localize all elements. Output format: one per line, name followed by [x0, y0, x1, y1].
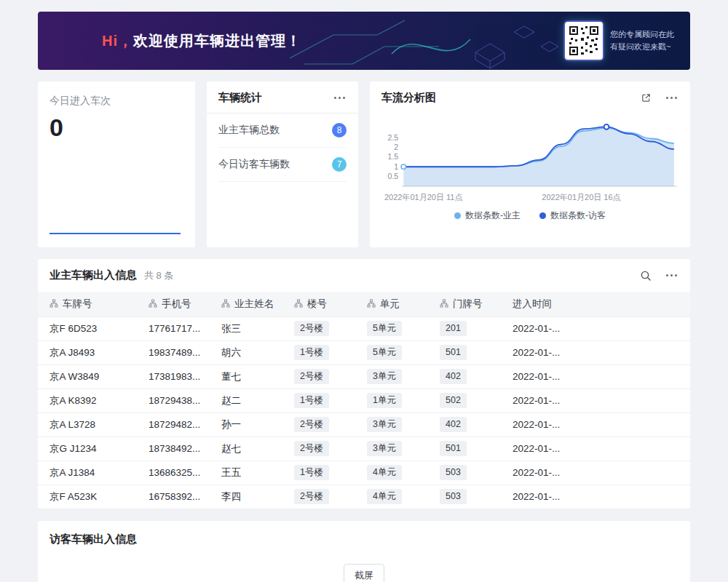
column-label: 楼号	[307, 298, 327, 309]
legend-dot	[539, 212, 546, 219]
cell-building: 2号楼	[285, 412, 358, 436]
cell-filler	[577, 316, 690, 340]
legend-label: 数据条数-业主	[465, 210, 521, 222]
cell-tag: 4单元	[367, 489, 402, 504]
cell-phone: 17381983...	[140, 364, 213, 388]
column-label: 车牌号	[63, 298, 92, 309]
cell-plate: 京A K8392	[38, 388, 140, 412]
column-header-unit[interactable]: 单元	[358, 292, 431, 316]
cell-owner-name: 孙一	[213, 412, 285, 436]
vehicle-stats-title: 车辆统计	[218, 91, 262, 105]
svg-text:2: 2	[394, 143, 398, 151]
cell-plate: 京A J8493	[38, 340, 140, 364]
qr-pattern	[568, 25, 600, 57]
cell-phone: 19837489...	[140, 340, 213, 364]
cell-tag: 501	[440, 441, 467, 456]
cell-tag: 2号楼	[294, 441, 329, 456]
column-label: 门牌号	[453, 298, 483, 309]
cell-filler	[577, 412, 690, 436]
banner-note-line2: 有疑问欢迎来戳~	[610, 41, 674, 53]
more-icon[interactable]	[665, 271, 678, 280]
apartment-icon	[149, 299, 157, 308]
cell-door: 502	[431, 388, 504, 412]
cell-tag: 1号楼	[294, 393, 329, 408]
cell-building: 1号楼	[285, 461, 358, 485]
cell-phone: 13686325...	[140, 461, 213, 485]
column-header-door[interactable]: 门牌号	[431, 292, 504, 316]
cell-door: 501	[431, 340, 504, 364]
cell-tag: 3单元	[367, 441, 402, 456]
cell-enter-time: 2022-01-...	[504, 461, 577, 485]
cell-building: 1号楼	[285, 340, 358, 364]
cell-tag: 2号楼	[294, 321, 329, 336]
search-icon[interactable]	[640, 270, 652, 282]
visitor-table-card: 访客车辆出入信息 截屏	[38, 521, 690, 582]
flow-chart-title: 车流分析图	[381, 91, 436, 105]
cell-phone: 18729438...	[140, 388, 213, 412]
cell-enter-time: 2022-01-...	[504, 412, 577, 436]
cell-unit: 4单元	[358, 461, 431, 485]
cell-phone: 16758392...	[140, 485, 213, 509]
more-icon[interactable]	[665, 93, 678, 103]
count-badge: 7	[332, 157, 347, 172]
vehicle-stats-card: 车辆统计 业主车辆总数 8 今日访客车辆数 7	[207, 81, 358, 247]
flow-chart-card: 车流分析图 0.511.522.5 2022年01月20日 11点 2022年0…	[370, 81, 690, 247]
table-row: 京A K839218729438...赵二1号楼1单元5022022-01-..…	[38, 388, 690, 412]
stat-row-visitor-today: 今日访客车辆数 7	[218, 148, 347, 182]
cell-tag: 1号楼	[294, 465, 329, 480]
column-label: 业主姓名	[234, 298, 274, 309]
banner-greeting-text: 欢迎使用车辆进出管理！	[133, 33, 301, 49]
more-icon[interactable]	[333, 93, 347, 103]
apartment-icon	[294, 299, 303, 308]
cell-tag: 2号楼	[294, 417, 329, 432]
cell-tag: 201	[440, 321, 467, 336]
apartment-icon	[50, 299, 58, 308]
cell-building: 2号楼	[285, 485, 358, 509]
stats-cards-row: 今日进入车次 0 车辆统计 业主车辆总数 8 今日访客车辆数 7 车流分析图	[38, 81, 690, 247]
cell-door: 402	[431, 412, 504, 436]
flow-chart-plot: 0.511.522.5	[381, 114, 678, 192]
cell-owner-name: 张三	[213, 316, 285, 340]
cell-building: 1号楼	[285, 388, 358, 412]
column-header-building[interactable]: 楼号	[285, 292, 358, 316]
apartment-icon	[221, 299, 230, 308]
cell-building: 2号楼	[285, 316, 358, 340]
stat-row-label: 业主车辆总数	[218, 124, 280, 137]
qr-code	[565, 22, 603, 60]
cell-tag: 502	[440, 393, 467, 408]
today-entries-value: 0	[50, 113, 183, 142]
cell-owner-name: 赵二	[213, 388, 285, 412]
legend-item-visitor[interactable]: 数据条数-访客	[539, 210, 606, 222]
table-row: 京A J138413686325...王五1号楼4单元5032022-01-..…	[38, 461, 690, 485]
cell-building: 2号楼	[285, 436, 358, 461]
legend-label: 数据条数-访客	[550, 210, 606, 222]
cell-enter-time: 2022-01-...	[504, 316, 577, 340]
export-icon[interactable]	[641, 92, 652, 103]
cell-owner-name: 赵七	[213, 436, 285, 461]
cell-unit: 5单元	[358, 316, 431, 340]
legend-item-owner[interactable]: 数据条数-业主	[454, 210, 521, 222]
count-badge: 8	[332, 123, 347, 137]
cell-unit: 4单元	[358, 485, 431, 509]
cell-door: 503	[431, 485, 504, 509]
cell-filler	[577, 340, 690, 364]
welcome-banner: Hi，欢迎使用车辆进出管理！	[38, 12, 690, 70]
cell-filler	[577, 485, 690, 509]
column-header-plate[interactable]: 车牌号	[38, 292, 140, 316]
cell-unit: 5单元	[358, 340, 431, 364]
banner-note-line1: 您的专属顾问在此	[610, 28, 674, 41]
apartment-icon	[367, 299, 376, 308]
cell-tag: 501	[440, 345, 467, 360]
cell-plate: 京A J1384	[38, 461, 140, 485]
screenshot-button[interactable]: 截屏	[344, 564, 384, 582]
column-header-owner-name[interactable]: 业主姓名	[213, 292, 285, 316]
cell-owner-name: 李四	[213, 485, 285, 509]
svg-text:2.5: 2.5	[387, 133, 398, 142]
cell-tag: 1号楼	[294, 345, 329, 360]
column-header-phone[interactable]: 手机号	[140, 292, 213, 316]
column-header-enter-time[interactable]: 进入时间	[504, 292, 577, 316]
cell-plate: 京A W3849	[38, 364, 140, 388]
banner-title: Hi，欢迎使用车辆进出管理！	[102, 31, 301, 51]
banner-decoration-graphic	[282, 12, 596, 70]
cell-enter-time: 2022-01-...	[504, 340, 577, 364]
